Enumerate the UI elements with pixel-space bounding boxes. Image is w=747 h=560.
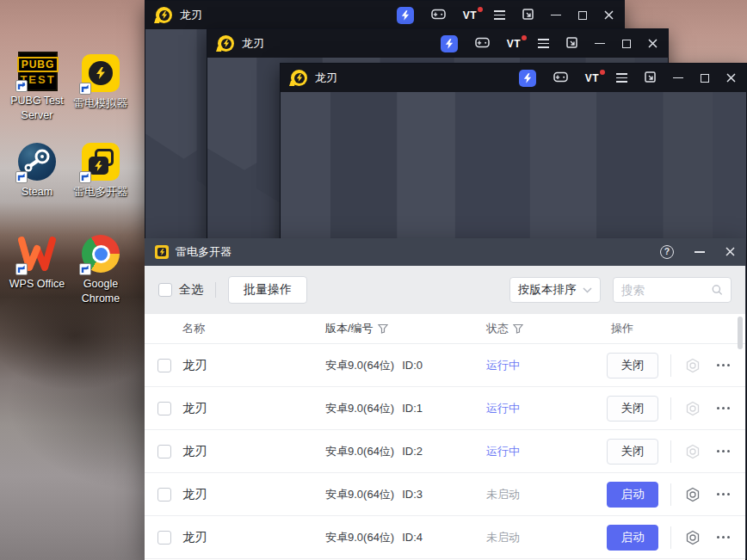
search-box[interactable] [613, 277, 732, 303]
search-input[interactable] [621, 284, 712, 297]
desktop-icon-wps[interactable]: WPS Office [3, 235, 71, 292]
toolbar-divider [215, 282, 216, 298]
row-checkbox[interactable] [157, 531, 171, 545]
minimize-button[interactable] [695, 251, 705, 253]
gear-icon[interactable] [685, 444, 701, 459]
boost-icon[interactable] [519, 70, 536, 87]
table-header: 名称 版本/编号 状态 操作 [145, 314, 745, 344]
row-checkbox[interactable] [157, 488, 171, 502]
emulator-titlebar: 龙刃 VT [207, 29, 668, 58]
notification-dot [522, 35, 527, 40]
notification-dot [600, 70, 605, 75]
column-ops: 操作 [607, 321, 745, 336]
status-badge: 未启动 [486, 487, 520, 502]
instance-id: ID:1 [402, 402, 423, 415]
instance-table: 名称 版本/编号 状态 操作 龙刃 安卓9.0(64位)ID:0 运行中 关闭 [145, 314, 745, 560]
action-button[interactable]: 启动 [607, 525, 658, 551]
gamepad-icon[interactable] [475, 36, 490, 52]
ldplayer-logo-icon [156, 7, 172, 23]
menu-icon[interactable] [616, 73, 627, 83]
instance-id: ID:3 [402, 488, 423, 501]
emulator-titlebar: 龙刃 VT [281, 64, 746, 92]
ops-divider [670, 526, 671, 549]
maximize-button[interactable] [578, 11, 587, 20]
instance-id: ID:0 [402, 359, 423, 372]
pubg-art-top: PUBG [17, 57, 59, 72]
menu-icon[interactable] [494, 10, 505, 20]
more-options-icon[interactable] [717, 450, 730, 452]
filter-icon[interactable] [513, 323, 523, 334]
close-button[interactable] [648, 36, 657, 52]
gear-icon[interactable] [685, 401, 701, 416]
action-button[interactable]: 关闭 [607, 439, 658, 465]
vt-indicator[interactable]: VT [585, 72, 599, 84]
batch-operations-button[interactable]: 批量操作 [228, 276, 307, 304]
action-button[interactable]: 启动 [607, 482, 658, 508]
emulator-title: 龙刃 [180, 8, 202, 23]
minimize-button[interactable] [673, 77, 683, 79]
detach-icon[interactable] [566, 36, 577, 52]
shortcut-arrow-icon [79, 263, 91, 275]
sort-dropdown-value: 按版本排序 [518, 282, 577, 298]
menu-icon[interactable] [538, 39, 549, 48]
status-badge: 未启动 [486, 530, 520, 545]
minimize-button[interactable] [551, 15, 561, 16]
help-icon[interactable]: ? [660, 245, 674, 259]
manager-title: 雷电多开器 [176, 244, 232, 260]
ops-divider [670, 354, 671, 377]
detach-icon[interactable] [522, 8, 534, 23]
row-checkbox[interactable] [157, 359, 171, 372]
desktop-icon-ldplayer[interactable]: 雷电模拟器 [67, 54, 134, 111]
minimize-button[interactable] [595, 43, 605, 45]
shortcut-arrow-icon [79, 83, 91, 95]
gamepad-icon[interactable] [553, 71, 568, 86]
more-options-icon[interactable] [717, 493, 730, 495]
desktop-icon-pubg[interactable]: PUBG TEST PUBG TestServer [3, 52, 71, 123]
shortcut-arrow-icon [15, 171, 28, 183]
ldplayer-logo-icon [291, 70, 307, 86]
boost-icon[interactable] [441, 35, 458, 52]
boost-icon[interactable] [397, 7, 414, 24]
gear-icon[interactable] [685, 358, 701, 373]
ops-divider [670, 440, 671, 463]
status-badge: 运行中 [486, 444, 520, 459]
gear-icon[interactable] [685, 530, 701, 545]
more-options-icon[interactable] [717, 407, 730, 409]
more-options-icon[interactable] [717, 536, 730, 538]
gamepad-icon[interactable] [431, 8, 446, 23]
select-all-checkbox[interactable] [158, 283, 172, 297]
gear-icon[interactable] [685, 487, 701, 502]
close-button[interactable] [726, 71, 736, 86]
desktop-icon-label: Steam [3, 185, 71, 200]
desktop-icon-label: GoogleChrome [67, 277, 134, 306]
instance-id: ID:4 [402, 531, 423, 544]
detach-icon[interactable] [645, 71, 656, 86]
instance-name: 龙刃 [182, 444, 325, 459]
sort-dropdown[interactable]: 按版本排序 [509, 277, 601, 303]
desktop-icon-label: PUBG TestServer [3, 94, 71, 123]
maximize-button[interactable] [701, 74, 709, 83]
close-button[interactable] [604, 8, 614, 23]
ops-divider [670, 483, 671, 506]
row-checkbox[interactable] [157, 445, 171, 458]
instance-name: 龙刃 [182, 487, 325, 502]
desktop-icon-steam[interactable]: Steam [3, 143, 71, 200]
more-options-icon[interactable] [717, 364, 730, 366]
filter-icon[interactable] [378, 323, 388, 334]
maximize-button[interactable] [622, 40, 631, 48]
chevron-down-icon [583, 287, 592, 293]
vt-indicator[interactable]: VT [507, 38, 521, 50]
vt-indicator[interactable]: VT [463, 9, 477, 22]
action-button[interactable]: 关闭 [607, 396, 658, 422]
row-checkbox[interactable] [157, 402, 171, 415]
manager-toolbar: 全选 批量操作 按版本排序 [145, 266, 745, 314]
desktop-icon-multiplayer[interactable]: 雷电多开器 [67, 143, 134, 200]
instance-version: 安卓9.0(64位) [325, 358, 394, 373]
action-button[interactable]: 关闭 [607, 353, 658, 378]
emulator-titlebar: 龙刃 VT [145, 1, 624, 29]
emulator-title: 龙刃 [315, 71, 337, 86]
desktop-icon-chrome[interactable]: GoogleChrome [67, 235, 134, 306]
instance-version: 安卓9.0(64位) [325, 444, 394, 459]
scrollbar-thumb[interactable] [738, 317, 743, 349]
close-button[interactable] [725, 244, 735, 260]
